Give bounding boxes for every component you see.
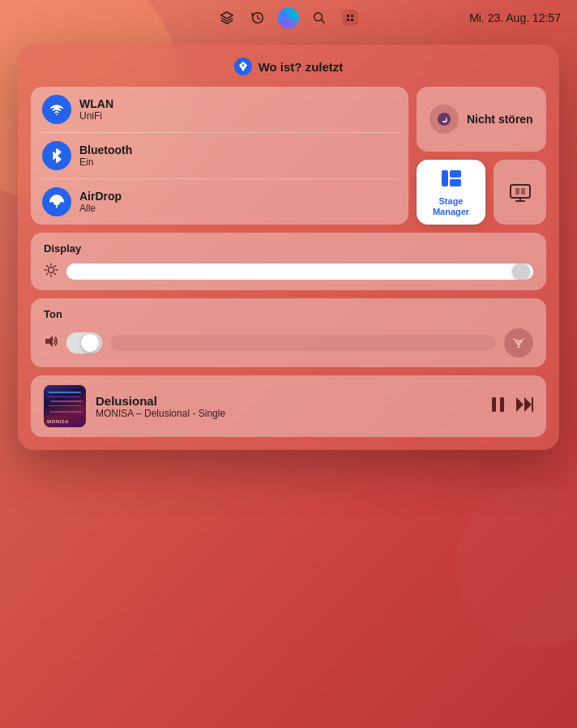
album-art: MONISA	[44, 385, 86, 427]
layers-icon[interactable]	[219, 10, 235, 26]
display-title: Display	[44, 242, 533, 255]
svg-point-22	[49, 268, 54, 273]
brightness-slider[interactable]	[66, 263, 533, 280]
svg-rect-37	[532, 397, 533, 412]
bluetooth-sublabel: Ein	[79, 156, 132, 168]
divider	[41, 132, 399, 133]
svg-rect-33	[492, 397, 496, 412]
airdrop-sublabel: Alle	[79, 203, 122, 214]
svg-marker-0	[221, 12, 233, 19]
menubar-datetime: Mi. 23. Aug. 12:57	[469, 11, 561, 24]
wlan-button[interactable]: WLAN UniFi	[42, 95, 397, 124]
volume-slider-row	[44, 328, 533, 358]
bluetooth-icon	[42, 141, 71, 170]
svg-rect-15	[450, 170, 461, 178]
volume-icon	[44, 334, 58, 352]
bluetooth-button[interactable]: Bluetooth Ein	[42, 141, 397, 170]
bottom-right-row: StageManager	[417, 160, 546, 225]
history-icon[interactable]	[250, 10, 266, 26]
sound-toggle[interactable]	[66, 332, 102, 353]
playback-controls	[491, 396, 533, 417]
svg-point-9	[241, 64, 244, 66]
panel-title-text: Wo ist? zuletzt	[259, 60, 344, 74]
svg-line-29	[54, 266, 56, 268]
stage-manager-label: StageManager	[433, 196, 469, 217]
svg-rect-6	[351, 15, 353, 17]
control-center-panel: Wo ist? zuletzt WLAN UniFi	[18, 45, 559, 450]
toggle-knob	[81, 334, 99, 352]
track-info: Delusional MONISA – Delusional - Single	[96, 394, 481, 419]
datetime-label: Mi. 23. Aug. 12:57	[469, 11, 561, 24]
do-not-disturb-label: Nicht stören	[467, 113, 533, 126]
skip-forward-button[interactable]	[515, 396, 533, 417]
do-not-disturb-icon	[430, 105, 459, 134]
svg-line-30	[47, 273, 49, 275]
wlan-text: WLAN UniFi	[79, 97, 113, 122]
siri-icon[interactable]	[278, 7, 299, 28]
svg-line-4	[322, 20, 325, 24]
wlan-icon	[42, 95, 71, 124]
svg-rect-21	[521, 188, 525, 195]
bluetooth-label: Bluetooth	[79, 143, 132, 156]
mirror-display-button[interactable]	[494, 160, 546, 225]
menubar: Mi. 23. Aug. 12:57	[0, 0, 577, 36]
airdrop-button[interactable]: AirDrop Alle	[42, 187, 397, 216]
display-section: Display	[31, 233, 546, 290]
svg-rect-34	[500, 397, 504, 412]
track-title: Delusional	[96, 394, 481, 408]
connectivity-card: WLAN UniFi Bluetooth Ein	[31, 87, 408, 225]
svg-rect-16	[450, 179, 461, 186]
svg-point-3	[314, 13, 323, 21]
do-not-disturb-button[interactable]: Nicht stören	[417, 87, 546, 152]
now-playing-card: MONISA Delusional MONISA – Delusional - …	[31, 375, 546, 437]
svg-rect-7	[347, 19, 349, 21]
volume-slider[interactable]	[110, 335, 496, 351]
svg-rect-20	[515, 188, 519, 195]
divider2	[41, 178, 399, 179]
airdrop-text: AirDrop Alle	[79, 190, 122, 214]
pause-button[interactable]	[491, 396, 506, 417]
svg-rect-17	[511, 185, 530, 198]
airplay-button[interactable]	[504, 328, 533, 358]
svg-point-10	[56, 113, 58, 115]
top-row: WLAN UniFi Bluetooth Ein	[31, 87, 546, 225]
svg-line-27	[47, 266, 49, 268]
wlan-label: WLAN	[79, 97, 113, 110]
right-buttons: Nicht stören StageManager	[417, 87, 546, 225]
wlan-sublabel: UniFi	[79, 110, 113, 122]
svg-line-28	[54, 273, 56, 275]
airdrop-icon	[42, 187, 71, 216]
control-center-icon[interactable]	[342, 10, 358, 26]
svg-marker-31	[45, 336, 53, 347]
track-artist: MONISA – Delusional - Single	[96, 408, 481, 419]
stage-manager-button[interactable]: StageManager	[417, 160, 485, 225]
panel-title: Wo ist? zuletzt	[31, 58, 546, 75]
bluetooth-text: Bluetooth Ein	[79, 143, 132, 168]
airdrop-label: AirDrop	[79, 190, 122, 203]
search-icon[interactable]	[311, 10, 327, 26]
sound-section: Ton	[31, 298, 546, 367]
location-icon	[234, 58, 252, 75]
svg-marker-35	[516, 397, 524, 412]
svg-marker-36	[524, 397, 532, 412]
stage-manager-icon	[440, 167, 463, 193]
svg-marker-32	[517, 345, 520, 348]
brightness-icon	[44, 263, 58, 280]
brightness-slider-row	[44, 263, 533, 280]
svg-rect-8	[351, 19, 353, 21]
album-art-monisa-label: MONISA	[47, 419, 69, 424]
svg-rect-14	[442, 170, 448, 186]
svg-rect-5	[347, 15, 349, 17]
sound-title: Ton	[44, 308, 533, 320]
